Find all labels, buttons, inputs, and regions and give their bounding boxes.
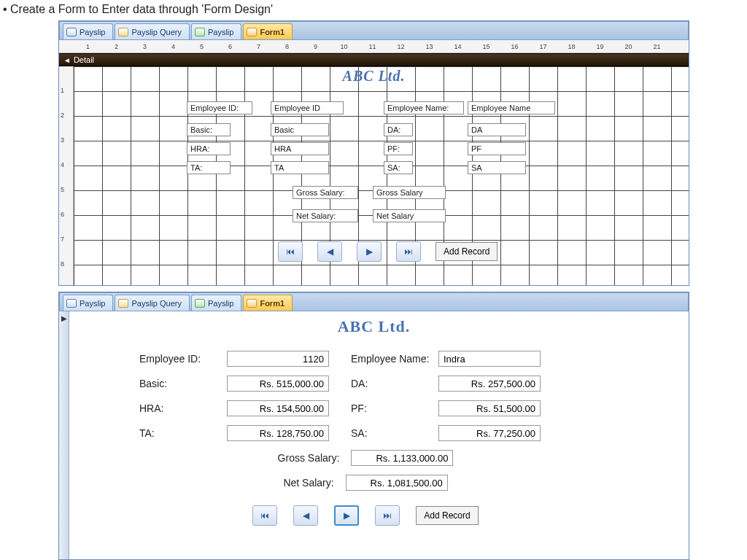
- nav-next-icon: ▶: [344, 510, 350, 521]
- input-hra[interactable]: [227, 400, 329, 416]
- form-title: ABC Ltd.: [59, 311, 689, 346]
- tab-payslip-form[interactable]: Payslip: [191, 23, 241, 39]
- input-sa[interactable]: [438, 425, 541, 441]
- label-employee-id[interactable]: Employee ID:: [187, 101, 252, 114]
- field-basic[interactable]: Basic: [271, 123, 329, 136]
- label-ta[interactable]: TA:: [187, 161, 231, 174]
- label-ta: TA:: [139, 427, 227, 439]
- label-gross[interactable]: Gross Salary:: [293, 186, 358, 199]
- form-title-label[interactable]: ABC Ltd.: [59, 68, 689, 85]
- add-record-button[interactable]: Add Record: [416, 506, 478, 525]
- nav-last-icon: ⏭: [404, 246, 413, 257]
- label-sa[interactable]: SA:: [384, 161, 413, 174]
- page-caption: •Create a Form to Enter data through 'Fo…: [0, 0, 747, 20]
- nav-last-button[interactable]: ⏭: [375, 505, 400, 526]
- design-surface[interactable]: 12345678 ABC Ltd. Employee ID: Employee …: [59, 66, 689, 285]
- label-net: Net Salary:: [283, 477, 333, 489]
- design-view-panel: Payslip Payslip Query Payslip Form1 1234…: [58, 20, 689, 286]
- label-da[interactable]: DA:: [384, 123, 413, 136]
- tab-form1[interactable]: Form1: [243, 295, 293, 311]
- table-icon: [66, 299, 77, 308]
- label-employee-name[interactable]: Employee Name:: [384, 101, 464, 114]
- label-pf[interactable]: PF:: [384, 142, 413, 155]
- record-selector[interactable]: ▶: [59, 311, 69, 559]
- add-record-button[interactable]: Add Record: [436, 242, 498, 261]
- nav-last-icon: ⏭: [383, 510, 392, 521]
- input-pf[interactable]: [438, 400, 541, 416]
- tab-payslip-form[interactable]: Payslip: [191, 295, 241, 311]
- tab-payslip-query[interactable]: Payslip Query: [115, 295, 189, 311]
- table-icon: [66, 28, 77, 36]
- input-employee-id[interactable]: [227, 351, 329, 367]
- input-ta[interactable]: [227, 425, 329, 441]
- tab-payslip-table[interactable]: Payslip: [63, 295, 113, 311]
- nav-first-button[interactable]: ⏮: [278, 241, 303, 262]
- label-pf: PF:: [329, 402, 438, 414]
- input-basic[interactable]: [227, 376, 329, 392]
- record-pointer-icon: ▶: [61, 314, 67, 322]
- field-hra[interactable]: HRA: [271, 142, 329, 155]
- field-employee-name[interactable]: Employee Name: [468, 101, 555, 114]
- tab-form1[interactable]: Form1: [243, 23, 293, 39]
- label-hra[interactable]: HRA:: [187, 142, 231, 155]
- label-basic: Basic:: [139, 378, 227, 389]
- ruler-vertical: 12345678: [59, 66, 74, 285]
- tab-strip-form: Payslip Payslip Query Payslip Form1: [59, 292, 689, 311]
- input-gross[interactable]: [351, 450, 453, 466]
- nav-prev-icon: ◀: [303, 510, 309, 521]
- nav-next-icon: ▶: [366, 246, 373, 257]
- tab-strip-design: Payslip Payslip Query Payslip Form1: [59, 21, 689, 40]
- field-gross[interactable]: Gross Salary: [373, 186, 446, 199]
- input-employee-name[interactable]: [438, 351, 541, 367]
- query-icon: [118, 28, 128, 36]
- label-net[interactable]: Net Salary:: [293, 209, 358, 222]
- label-sa: SA:: [329, 427, 438, 439]
- input-net[interactable]: [346, 475, 448, 491]
- form-icon: [195, 28, 205, 36]
- form-body: ▶ ABC Ltd. Employee ID: Employee Name: B…: [59, 311, 689, 559]
- nav-first-button[interactable]: ⏮: [252, 505, 277, 526]
- tab-payslip-query[interactable]: Payslip Query: [115, 23, 189, 39]
- label-gross: Gross Salary:: [278, 452, 340, 464]
- tab-payslip-table[interactable]: Payslip: [63, 23, 113, 39]
- form-view-panel: Payslip Payslip Query Payslip Form1 ▶ AB…: [58, 292, 689, 560]
- nav-prev-button[interactable]: ◀: [293, 505, 318, 526]
- nav-next-button[interactable]: ▶: [357, 241, 382, 262]
- form-icon: [247, 299, 257, 308]
- label-da: DA:: [329, 378, 438, 389]
- label-employee-name: Employee Name:: [329, 353, 438, 365]
- input-da[interactable]: [438, 376, 541, 392]
- query-icon: [118, 299, 128, 308]
- nav-prev-icon: ◀: [327, 246, 333, 257]
- section-arrow-icon: ◄: [63, 56, 71, 64]
- nav-next-button[interactable]: ▶: [334, 505, 359, 526]
- label-employee-id: Employee ID:: [139, 353, 227, 365]
- field-pf[interactable]: PF: [468, 142, 526, 155]
- nav-first-icon: ⏮: [260, 510, 269, 521]
- field-employee-id[interactable]: Employee ID: [271, 101, 344, 114]
- label-hra: HRA:: [139, 402, 227, 414]
- label-basic[interactable]: Basic:: [187, 123, 231, 136]
- field-net[interactable]: Net Salary: [373, 209, 446, 222]
- nav-last-button[interactable]: ⏭: [396, 241, 421, 262]
- section-bar-detail[interactable]: ◄ Detail: [59, 53, 689, 66]
- form-icon: [247, 28, 257, 36]
- nav-first-icon: ⏮: [286, 246, 295, 257]
- field-ta[interactable]: TA: [271, 161, 329, 174]
- nav-prev-button[interactable]: ◀: [317, 241, 342, 262]
- form-icon: [195, 299, 205, 308]
- ruler-horizontal: 123456789101112131415161718192021: [59, 40, 689, 53]
- field-da[interactable]: DA: [468, 123, 526, 136]
- field-sa[interactable]: SA: [468, 161, 526, 174]
